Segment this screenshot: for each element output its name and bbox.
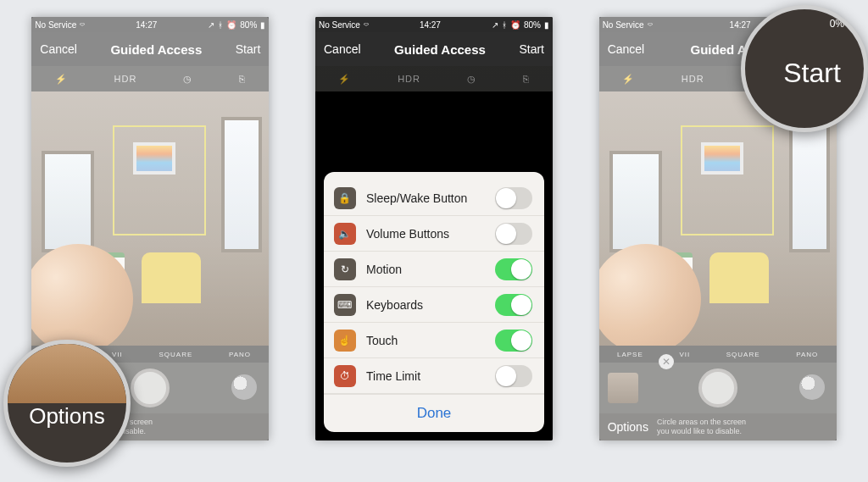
disabled-area-selection[interactable] [113, 125, 206, 235]
shutter-button[interactable] [698, 368, 737, 407]
wifi-icon: ⌔ [648, 20, 653, 30]
cancel-button[interactable]: Cancel [608, 42, 645, 56]
cancel-button[interactable]: Cancel [324, 42, 361, 56]
touch-icon: ☝ [334, 330, 356, 352]
battery-icon: ▮ [260, 20, 265, 30]
mode-square[interactable]: SQUARE [726, 351, 760, 358]
last-photo-thumbnail[interactable] [608, 373, 638, 403]
switch-camera-icon[interactable]: ⎘ [239, 74, 246, 84]
battery-pct: 0% [830, 18, 844, 30]
toggle-motion[interactable] [495, 258, 532, 280]
guided-access-navbar: Cancel Guided Access Start [31, 32, 269, 66]
bluetooth-icon: ᚼ [218, 20, 223, 30]
wifi-icon: ⌔ [364, 20, 369, 30]
option-row-touch: ☝ Touch [324, 323, 544, 358]
flash-icon[interactable]: ⚡ [55, 74, 68, 85]
option-row-volume: 🔈 Volume Buttons [324, 216, 544, 252]
status-bar: No Service ⌔ 14:27 ↗ ᚼ ⏰ 80% ▮ [31, 17, 269, 32]
yellow-chair [709, 252, 769, 303]
camera-toolbar: ⚡ HDR ◷ ⎘ [31, 66, 269, 91]
options-button[interactable]: Options [608, 420, 648, 434]
room-window-right [789, 117, 830, 252]
shutter-button[interactable] [131, 368, 170, 407]
orientation-lock-icon: ↗ [492, 20, 498, 30]
toggle-volume[interactable] [495, 223, 532, 245]
clock-label: 14:27 [420, 20, 441, 30]
navbar-title: Guided Access [110, 42, 202, 57]
toggle-keyboards[interactable] [495, 294, 532, 316]
bluetooth-icon: ᚼ [502, 20, 507, 30]
filters-icon[interactable] [231, 374, 257, 400]
carrier-label: No Service [603, 20, 644, 30]
option-label: Sleep/Wake Button [366, 191, 495, 205]
screenshot-step2: No Service ⌔ 14:27 ↗ ᚼ ⏰ 80% ▮ Cancel Gu… [315, 17, 553, 440]
room-window-left [42, 151, 94, 252]
callout-options-label: Options [29, 403, 105, 429]
callout-start-zoom: 0% ▮ Start [741, 5, 868, 132]
camera-mode-strip: LAPSE VII SQUARE PANO [599, 346, 837, 363]
keyboard-icon: ⌨ [334, 294, 356, 316]
mode-video[interactable]: VII [679, 351, 690, 358]
mode-square[interactable]: SQUARE [159, 351, 192, 358]
yellow-chair [142, 252, 201, 303]
done-button[interactable]: Done [324, 394, 544, 432]
speaker-icon: 🔈 [334, 223, 356, 245]
battery-pct: 80% [524, 20, 541, 30]
alarm-icon: ⏰ [226, 20, 236, 30]
option-row-motion: ↻ Motion [324, 252, 544, 287]
timer-icon[interactable]: ◷ [183, 74, 192, 85]
option-row-sleepwake: 🔒 Sleep/Wake Button [324, 180, 544, 216]
rotate-icon: ↻ [334, 258, 356, 280]
carrier-label: No Service [35, 20, 76, 30]
timer-limit-icon: ⏱ [334, 365, 356, 387]
status-bar: No Service ⌔ 14:27 ↗ ᚼ ⏰ 80% ▮ [315, 17, 553, 32]
mode-lapse[interactable]: LAPSE [617, 351, 643, 358]
clock-label: 14:27 [730, 20, 751, 30]
battery-icon: ▮ [544, 20, 549, 30]
wifi-icon: ⌔ [80, 20, 85, 30]
callout-options-zoom: Options [3, 340, 131, 467]
start-button[interactable]: Start [236, 42, 261, 56]
disabled-area-selection[interactable] [681, 125, 774, 235]
guided-access-navbar: Cancel Guided Access Start [315, 32, 553, 66]
toggle-sleepwake[interactable] [495, 187, 532, 209]
flash-icon[interactable]: ⚡ [622, 74, 635, 85]
start-button[interactable]: Start [519, 42, 544, 56]
cancel-button[interactable]: Cancel [40, 42, 77, 56]
alarm-icon: ⏰ [510, 20, 520, 30]
shutter-area: ✕ [599, 363, 837, 413]
filters-icon[interactable] [799, 374, 825, 400]
callout-start-label: Start [783, 58, 841, 89]
room-window-left [609, 151, 662, 252]
clock-label: 14:27 [136, 20, 157, 30]
option-label: Motion [366, 263, 495, 276]
hdr-icon[interactable]: HDR [114, 74, 137, 84]
carrier-label: No Service [319, 20, 360, 30]
options-sheet: 🔒 Sleep/Wake Button 🔈 Volume Buttons ↻ M… [324, 172, 544, 432]
option-label: Keyboards [366, 298, 495, 312]
option-row-timelimit: ⏱ Time Limit [324, 358, 544, 394]
room-window-right [221, 117, 262, 252]
mode-video[interactable]: VII [112, 351, 123, 358]
camera-viewfinder [31, 91, 269, 346]
orientation-lock-icon: ↗ [208, 20, 214, 30]
lock-icon: 🔒 [334, 187, 356, 209]
option-row-keyboards: ⌨ Keyboards [324, 287, 544, 323]
mode-pano[interactable]: PANO [229, 351, 251, 358]
option-label: Time Limit [366, 369, 495, 383]
toggle-timelimit[interactable] [495, 365, 532, 387]
clear-selection-x-icon[interactable]: ✕ [659, 354, 674, 369]
option-label: Volume Buttons [366, 227, 495, 241]
footer-hint: Circle areas on the screen you would lik… [657, 418, 746, 436]
toggle-touch[interactable] [495, 330, 532, 352]
hdr-icon[interactable]: HDR [682, 74, 704, 84]
guided-access-footer: Options Circle areas on the screen you w… [599, 413, 837, 440]
option-label: Touch [366, 334, 495, 347]
navbar-title: Guided Access [394, 42, 486, 57]
battery-pct: 80% [240, 20, 257, 30]
mode-pano[interactable]: PANO [796, 351, 818, 358]
